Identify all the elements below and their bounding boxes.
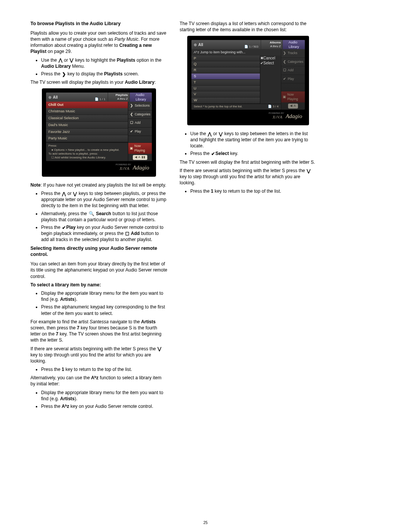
adagio-logo: Adagio: [133, 164, 150, 171]
paragraph-note: Note: If you have not yet created any pl…: [30, 182, 167, 188]
tv-letter-row: U: [191, 86, 260, 92]
tv-side-buttons: ❯Selections ❮Categories ☐Add ✔Play ▣Now …: [128, 102, 152, 161]
mark-icon: ☐: [125, 232, 130, 236]
bullet: Press the alphanumeric keypad key corres…: [41, 304, 167, 316]
down-icon: ⋁: [73, 192, 77, 196]
tv-press-hint: Press: ● Options > New playlist... to cr…: [46, 142, 128, 161]
right-column: The TV screen displays a list of letters…: [180, 18, 317, 412]
tv-side-tracks: ❯Tracks: [281, 49, 305, 58]
bullet-list: Display the appropriate library menu for…: [30, 390, 167, 410]
bullet: Use the ⋀ or ⋁ keys to step between the …: [190, 131, 317, 149]
bullet-list: Press the 1 key to return to the top of …: [30, 366, 167, 372]
left-icon: ❮: [130, 112, 134, 117]
tv-jump-header: Aᵇz Jump to item beginning with...: [191, 49, 281, 55]
tv-page-indicator: 📄 1 / 503: [244, 45, 258, 49]
tv-side-buttons: ❯Tracks ❮Categories ☐Add ✔Play ▣Now Play…: [281, 49, 305, 109]
tv-title-all: All: [198, 42, 203, 48]
tv-side-add: ☐Add: [128, 119, 152, 127]
left-column: To browse Playlists in the Audio Library…: [30, 18, 167, 412]
tv-screenshot-jump: ⊕ All 📄 1 / 503 Albums A thru Z Audio Li…: [187, 36, 309, 125]
up-icon: ⋀: [207, 132, 212, 136]
bullet: Press the ⋀ or ⋁ keys to step between pl…: [41, 190, 167, 209]
tv-side-transport: ◀ A ▮▮: [128, 154, 152, 161]
tv-side-play: ✔Play: [128, 128, 152, 136]
up-icon: ⋀: [58, 58, 63, 62]
heading-selecting-items: Selecting items directly using your Audi…: [30, 245, 167, 258]
tv-side-add: ☐Add: [281, 66, 305, 75]
bullet: Display the appropriate library menu for…: [41, 390, 167, 402]
tv-letter-row: V: [191, 91, 260, 97]
tv-sort-label: A thru Z: [117, 97, 128, 101]
bullet: Use the ⋀ or ⋁ keys to highlight the Pla…: [41, 57, 167, 69]
tv-list-row: Favorite Jazz: [46, 129, 128, 136]
atoz-icon: Aᵇz: [91, 375, 99, 380]
tv-bottom-hint: Select * to jump to the top of the list.…: [191, 104, 281, 110]
paragraph: Alternatively, you can use the Aᵇz funct…: [30, 375, 167, 387]
check-icon: ✔: [211, 152, 215, 156]
check-icon: ✔: [130, 129, 134, 134]
bullet: Press the ✔Play key on your Audio Server…: [41, 224, 167, 243]
down-icon: ⋁: [157, 347, 162, 351]
tv-side-transport: ◀ A: [281, 102, 305, 110]
atoz-icon: Aᵇz: [62, 404, 69, 409]
tv-letter-row: W: [191, 97, 260, 104]
tv-cancel-button: ✖Cancel: [260, 56, 281, 61]
x-icon: ✖: [260, 56, 263, 60]
paragraph: You can select an item from your library…: [30, 261, 167, 280]
up-icon: ⋀: [62, 192, 66, 196]
paragraph: If there are several artists beginning w…: [30, 346, 167, 364]
heading-browse-playlists: To browse Playlists in the Audio Library: [30, 21, 167, 27]
xiva-logo: XiVA: [119, 166, 129, 171]
down-icon: ⋁: [306, 169, 311, 173]
mark-icon: ☐: [130, 121, 134, 125]
tv-sort-label: A thru Z: [270, 45, 281, 49]
bullet: Press the 1 key to return to the top of …: [190, 188, 317, 194]
tv-letter-row-selected: S: [191, 73, 260, 80]
tv-title-all: All: [53, 95, 58, 100]
tv-letter-row: T: [191, 80, 260, 86]
tv-playlists-label: Playlists: [116, 93, 128, 97]
tv-list-row: Dad's Music: [46, 122, 128, 129]
paragraph: Playlists allow you to create your own s…: [30, 30, 167, 55]
right-icon: ❯: [62, 72, 66, 77]
tv-letter-row: P: [191, 56, 260, 62]
right-icon: ❯: [130, 104, 134, 108]
tv-side-now-playing: ▣Now Playing: [128, 143, 152, 154]
tv-list-row: Christmas Music: [46, 108, 128, 115]
tv-select-button: ✔Select: [260, 61, 281, 66]
down-icon: ⋁: [218, 132, 223, 136]
paragraph: For example to find the artist Santessa …: [30, 319, 167, 343]
bullet-list: Display the appropriate library menu for…: [30, 290, 167, 316]
tv-screenshot-playlists: ⊕ All 📄 1 / 1 Playlists A thru Z Audio L…: [42, 88, 156, 176]
bullet-list: Press the ⋀ or ⋁ keys to step between pl…: [30, 190, 167, 243]
bullet: Display the appropriate library menu for…: [41, 290, 167, 302]
tv-audio-library-badge: Audio Library: [129, 93, 152, 102]
paragraph: The TV screen will display the playlists…: [30, 79, 167, 85]
bullet: Press the ❯ key to display the Playlists…: [41, 71, 167, 77]
globe-icon: ⊕: [194, 42, 197, 48]
globe-icon: ⊕: [48, 95, 51, 100]
page-number: 25: [203, 520, 207, 526]
bullet: Press the Aᵇz key on your Audio Server r…: [41, 403, 167, 409]
bullet-list: Press the 1 key to return to the top of …: [180, 188, 317, 194]
bullet-list: Use the ⋀ or ⋁ keys to step between the …: [180, 131, 317, 157]
tv-page-indicator: 📄 1 / 1: [95, 97, 105, 102]
tv-audio-library-badge: Audio Library: [282, 40, 305, 49]
tv-side-categories: ❮Categories: [281, 58, 305, 66]
bullet: Press the 1 key to return to the top of …: [41, 366, 167, 372]
xiva-logo: XiVA: [272, 114, 282, 120]
check-icon: ✔: [62, 225, 66, 230]
bullet-list: Use the ⋀ or ⋁ keys to highlight the Pla…: [30, 57, 167, 77]
tv-list-row: Classical Selection: [46, 115, 128, 122]
check-icon: ✔: [260, 61, 263, 65]
tv-side-selections: ❯Selections: [128, 102, 152, 110]
tv-list-row: Party Music: [46, 135, 128, 142]
paragraph: The TV screen displays a list of letters…: [180, 21, 317, 33]
tv-side-play: ✔Play: [281, 75, 305, 83]
tv-side-now-playing: ▣Now Playing: [281, 91, 305, 102]
tv-letter-row: Q: [191, 61, 260, 67]
bullet: Press the ✔Select key.: [190, 150, 317, 157]
search-icon: 🔍: [88, 211, 95, 216]
tv-playlist-list: Chill Out Christmas Music Classical Sele…: [46, 102, 128, 161]
down-icon: ⋁: [69, 58, 74, 62]
